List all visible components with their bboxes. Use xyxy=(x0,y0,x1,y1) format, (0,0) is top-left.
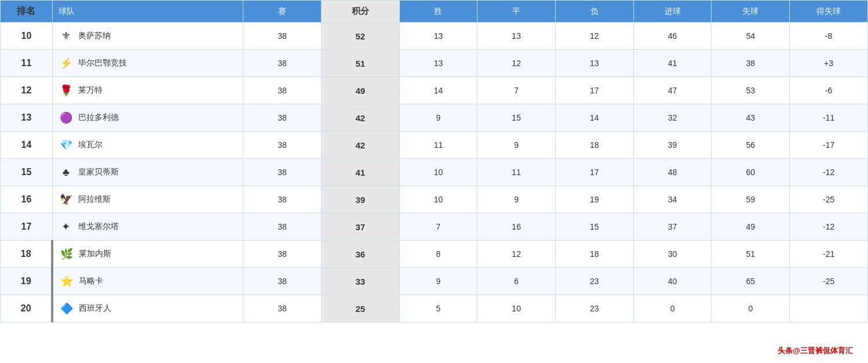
table-row: 19⭐马略卡383396234065-25 xyxy=(1,268,868,295)
points-cell: 39 xyxy=(321,186,399,213)
goals-against-cell: 53 xyxy=(712,77,790,104)
draws-cell: 13 xyxy=(477,23,556,50)
goals-against-cell: 38 xyxy=(712,50,790,77)
wins-cell: 13 xyxy=(399,50,477,77)
team-icon: ♣ xyxy=(59,165,74,180)
goals-for-cell: 41 xyxy=(633,50,712,77)
team-name: 维戈塞尔塔 xyxy=(78,222,119,232)
team-name-wrapper: ⚜奥萨苏纳 xyxy=(59,28,240,43)
played-cell: 38 xyxy=(243,213,322,241)
header-cell-6: 负 xyxy=(556,1,634,23)
team-name: 奥萨苏纳 xyxy=(78,31,111,41)
team-name: 莱万特 xyxy=(78,85,103,96)
played-cell: 38 xyxy=(243,23,322,50)
table-row: 12🌹莱万特3849147174753-6 xyxy=(1,77,868,104)
header-cell-8: 失球 xyxy=(712,1,790,23)
team-icon: 🟣 xyxy=(59,110,74,125)
points-cell: 37 xyxy=(321,213,399,241)
draws-cell: 12 xyxy=(477,241,556,268)
team-name-wrapper: 🌹莱万特 xyxy=(59,83,240,98)
goal-diff-cell: -21 xyxy=(790,241,868,268)
wins-cell: 13 xyxy=(399,23,477,50)
losses-cell: 18 xyxy=(556,132,634,159)
goals-against-cell: 60 xyxy=(712,159,790,186)
table-row: 11⚡毕尔巴鄂竞技38511312134138+3 xyxy=(1,50,868,77)
team-icon: ⚜ xyxy=(59,28,74,43)
team-name-wrapper: 🟣巴拉多利德 xyxy=(59,110,240,125)
goal-diff-cell: -17 xyxy=(790,132,868,159)
team-icon: 🌿 xyxy=(59,246,74,262)
team-cell: 🔷西班牙人 xyxy=(52,295,243,322)
table-row: 13🟣巴拉多利德3842915143243-11 xyxy=(1,104,868,132)
goals-for-cell: 0 xyxy=(633,295,712,322)
team-icon: 🦅 xyxy=(59,192,74,207)
team-name-wrapper: ♣皇家贝蒂斯 xyxy=(59,165,240,180)
played-cell: 38 xyxy=(243,241,322,268)
losses-cell: 19 xyxy=(556,186,634,213)
goals-against-cell: 56 xyxy=(712,132,790,159)
team-icon: ⭐ xyxy=(59,274,74,289)
wins-cell: 10 xyxy=(399,186,477,213)
header-cell-5: 平 xyxy=(477,1,556,23)
table-header-row: 排名球队赛积分胜平负进球失球得失球 xyxy=(1,1,868,23)
wins-cell: 10 xyxy=(399,159,477,186)
goals-against-cell: 65 xyxy=(712,268,790,295)
rank-cell: 20 xyxy=(1,295,53,322)
rank-cell: 11 xyxy=(1,50,53,77)
team-name: 皇家贝蒂斯 xyxy=(78,167,119,177)
wins-cell: 7 xyxy=(399,213,477,241)
rank-cell: 10 xyxy=(1,23,53,50)
rank-cell: 15 xyxy=(1,159,53,186)
team-name-wrapper: 🦅阿拉维斯 xyxy=(59,192,240,207)
points-cell: 42 xyxy=(321,104,399,132)
goal-diff-cell: -8 xyxy=(790,23,868,50)
goal-diff-cell: -25 xyxy=(790,268,868,295)
draws-cell: 12 xyxy=(477,50,556,77)
goal-diff-cell: -6 xyxy=(790,77,868,104)
losses-cell: 15 xyxy=(556,213,634,241)
team-name-wrapper: 🔷西班牙人 xyxy=(59,301,240,316)
goals-against-cell: 54 xyxy=(712,23,790,50)
wins-cell: 8 xyxy=(399,241,477,268)
team-cell: 🌿莱加内斯 xyxy=(52,241,243,268)
played-cell: 38 xyxy=(243,104,322,132)
rank-cell: 19 xyxy=(1,268,53,295)
team-name-wrapper: ⚡毕尔巴鄂竞技 xyxy=(59,56,240,71)
standings-table: 排名球队赛积分胜平负进球失球得失球 10⚜奥萨苏纳38521313124654-… xyxy=(0,0,868,322)
header-cell-4: 胜 xyxy=(399,1,477,23)
losses-cell: 12 xyxy=(556,23,634,50)
wins-cell: 9 xyxy=(399,268,477,295)
team-cell: 🌹莱万特 xyxy=(52,77,243,104)
wins-cell: 14 xyxy=(399,77,477,104)
goals-for-cell: 48 xyxy=(633,159,712,186)
rank-cell: 18 xyxy=(1,241,53,268)
header-cell-0: 排名 xyxy=(1,1,53,23)
table-row: 14💎埃瓦尔3842119183956-17 xyxy=(1,132,868,159)
draws-cell: 16 xyxy=(477,213,556,241)
goals-for-cell: 32 xyxy=(633,104,712,132)
goals-against-cell: 51 xyxy=(712,241,790,268)
team-icon: ✦ xyxy=(59,219,74,234)
draws-cell: 6 xyxy=(477,268,556,295)
losses-cell: 23 xyxy=(556,295,634,322)
team-icon: ⚡ xyxy=(59,56,74,71)
points-cell: 36 xyxy=(321,241,399,268)
losses-cell: 18 xyxy=(556,241,634,268)
played-cell: 38 xyxy=(243,268,322,295)
rank-cell: 16 xyxy=(1,186,53,213)
points-cell: 49 xyxy=(321,77,399,104)
played-cell: 38 xyxy=(243,132,322,159)
goals-for-cell: 47 xyxy=(633,77,712,104)
header-cell-9: 得失球 xyxy=(790,1,868,23)
goals-for-cell: 46 xyxy=(633,23,712,50)
goals-against-cell: 43 xyxy=(712,104,790,132)
team-icon: 💎 xyxy=(59,137,74,153)
goal-diff-cell: -12 xyxy=(790,213,868,241)
goals-for-cell: 39 xyxy=(633,132,712,159)
header-cell-1: 球队 xyxy=(52,1,243,23)
losses-cell: 13 xyxy=(556,50,634,77)
team-name: 毕尔巴鄂竞技 xyxy=(78,58,127,68)
goals-for-cell: 40 xyxy=(633,268,712,295)
wins-cell: 5 xyxy=(399,295,477,322)
played-cell: 38 xyxy=(243,295,322,322)
